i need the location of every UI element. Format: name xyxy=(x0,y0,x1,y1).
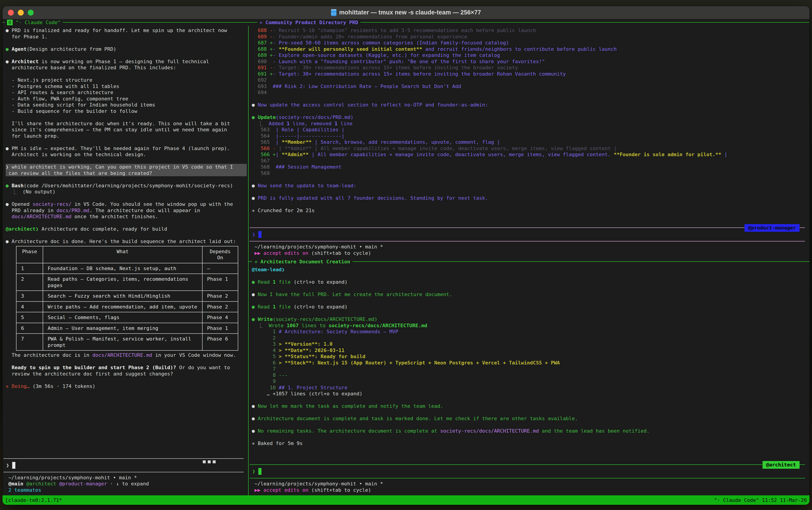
table-row: 7PWA & Polish — Manifest, service worker… xyxy=(16,333,238,351)
right-bottom-pane-title: ✳ Architecture Document Creation xyxy=(252,259,352,265)
architect-scrollback: @team-lead❯● Read 1 file (ctrl+o to expa… xyxy=(249,265,810,463)
pane-team-lead: ● PRD is finalized and ready for handoff… xyxy=(2,26,248,495)
product-manager-messages: 688 -- Recruit 5-10 "champion" residents… xyxy=(252,27,808,213)
text-cursor[interactable] xyxy=(258,231,261,238)
pane-architect: @team-lead❯● Read 1 file (ctrl+o to expa… xyxy=(249,265,810,495)
table-row: 2Read paths — Categories, items, recomme… xyxy=(16,274,238,291)
table-row: 4Write paths — Add recommendation, add i… xyxy=(16,301,238,312)
right-top-pane-title: ✳ Community Product Directory PRD xyxy=(257,19,360,26)
queued-indicator xyxy=(200,460,219,463)
team-lead-statusline: ~/learning/projects/symphony-mohit • mai… xyxy=(2,474,248,496)
architect-input-box[interactable]: @architect ❯ xyxy=(250,464,805,478)
text-cursor[interactable] xyxy=(12,462,16,469)
tmux-status-bar: [claude-te0:2.1.71* "· Claude Code" 11:5… xyxy=(2,495,810,505)
tmux-clock: "· Claude Code" 11:52 11-Mar-26 xyxy=(714,498,807,503)
macos-titlebar: mohittater — tmux new -s claude-team — 2… xyxy=(2,6,810,19)
architect-badge: @architect xyxy=(762,461,800,469)
team-lead-messages: ● PRD is finalized and ready for handoff… xyxy=(6,27,247,245)
tmux-terminal: 0 "· Claude Code" ✳ Community Product Di… xyxy=(2,19,810,495)
text-cursor[interactable] xyxy=(258,468,261,475)
table-row: 5Social — Comments, flagsPhase 4 xyxy=(16,312,238,323)
product-manager-statusline: ~/learning/projects/symphony-mohit • mai… xyxy=(249,243,810,259)
team-lead-scrollback: ● PRD is finalized and ready for handoff… xyxy=(2,26,248,457)
product-manager-scrollback: 688 -- Recruit 5-10 "champion" residents… xyxy=(249,26,810,227)
table-row: 6Admin — User management, item mergingPh… xyxy=(16,323,238,334)
team-lead-messages-after-table: The architecture doc is in docs/ARCHITEC… xyxy=(6,352,247,389)
architect-footer-lines: ~/learning/projects/symphony-mohit • mai… xyxy=(255,481,810,493)
architect-messages: @team-lead❯● Read 1 file (ctrl+o to expa… xyxy=(252,267,808,447)
team-lead-input-box[interactable]: ❯ xyxy=(3,458,244,472)
product-manager-input-box[interactable]: @product-manager ❯ xyxy=(250,228,805,241)
pane-product-manager: 688 -- Recruit 5-10 "champion" residents… xyxy=(249,26,810,259)
product-manager-footer-lines: ~/learning/projects/symphony-mohit • mai… xyxy=(255,244,810,256)
team-lead-footer-lines: ~/learning/projects/symphony-mohit • mai… xyxy=(8,475,248,493)
product-manager-badge: @product-manager xyxy=(745,224,800,232)
prompt-chevron: ❯ xyxy=(252,231,255,238)
architect-statusline: ~/learning/projects/symphony-mohit • mai… xyxy=(249,480,810,495)
tmux-session-info: [claude-te0:2.1.71* xyxy=(5,498,62,503)
prompt-chevron: ❯ xyxy=(6,462,9,469)
build-sequence-table: PhaseWhatDepends On1Foundation — DB sche… xyxy=(16,246,238,351)
active-pane-index: 0 xyxy=(7,20,12,25)
table-row: 3Search — Fuzzy search with Hindi/Hingli… xyxy=(16,291,238,301)
tmux-top-border: 0 "· Claude Code" ✳ Community Product Di… xyxy=(2,19,810,26)
left-pane-title: 0 "· Claude Code" xyxy=(5,19,63,26)
prompt-chevron: ❯ xyxy=(252,468,255,475)
table-row: 1Foundation — DB schema, Next.js setup, … xyxy=(16,263,238,274)
document-icon xyxy=(331,9,337,16)
terminal-window: mohittater — tmux new -s claude-team — 2… xyxy=(2,6,810,505)
window-title: mohittater — tmux new -s claude-team — 2… xyxy=(2,9,810,16)
tmux-middle-border: ✳ Architecture Document Creation xyxy=(249,259,810,265)
